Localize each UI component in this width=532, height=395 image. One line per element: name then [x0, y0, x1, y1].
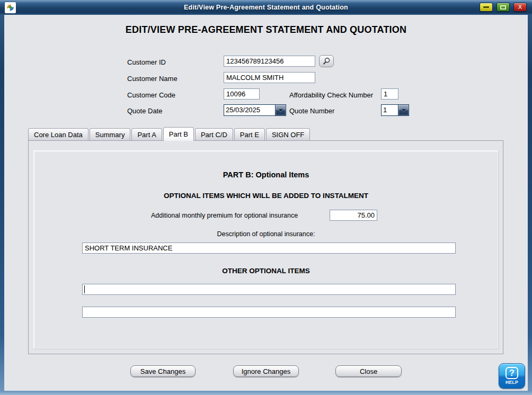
part-b-title: PART B: Optional Items — [4, 170, 528, 179]
quote-date-dropdown-button[interactable] — [275, 105, 286, 115]
affordability-check-label: Affordability Check Number — [289, 89, 373, 101]
customer-code-label: Customer Code — [127, 89, 175, 101]
quote-number-dropdown-button[interactable] — [398, 105, 409, 115]
description-input[interactable] — [82, 243, 456, 254]
premium-input[interactable] — [330, 210, 377, 221]
tab-part-cd[interactable]: Part C/D — [195, 128, 233, 140]
window-title: Edit/View Pre-Agreement Statement and Qu… — [0, 4, 532, 11]
window: Edit/View Pre-Agreement Statement and Qu… — [0, 0, 532, 395]
tab-sign-off[interactable]: SIGN OFF — [266, 128, 310, 140]
premium-label: Additional monthly premium for optional … — [151, 210, 298, 221]
close-icon: X — [518, 4, 522, 10]
search-icon — [323, 57, 331, 65]
close-button[interactable]: X — [513, 3, 527, 12]
tab-part-e[interactable]: Part E — [234, 128, 265, 140]
quote-date-label: Quote Date — [127, 105, 163, 116]
minimize-icon — [483, 6, 489, 8]
window-controls: X — [480, 3, 527, 12]
dialog-body: EDIT/VIEW PRE-AGREEMENT STATEMENT AND QU… — [4, 15, 528, 391]
other-item-1-wrap — [82, 284, 456, 295]
text-caret — [84, 285, 85, 293]
customer-code-input[interactable] — [224, 88, 260, 100]
help-button-label: HELP — [506, 380, 518, 385]
other-item-1-input[interactable] — [82, 284, 456, 295]
ignore-changes-button[interactable]: Ignore Changes — [233, 365, 299, 377]
customer-name-label: Customer Name — [127, 73, 178, 84]
tab-part-b[interactable]: Part B — [163, 127, 194, 141]
quote-number-select[interactable]: 1 — [381, 104, 409, 116]
customer-search-button[interactable] — [319, 55, 334, 67]
tab-summary[interactable]: Summary — [90, 128, 131, 140]
instalment-items-heading: OPTIONAL ITEMS WHICH WILL BE ADDED TO IN… — [4, 192, 528, 200]
quote-number-value: 1 — [382, 105, 398, 115]
customer-id-label: Customer ID — [127, 57, 166, 68]
close-dialog-button[interactable]: Close — [335, 365, 402, 377]
help-button[interactable]: ? HELP — [499, 363, 525, 389]
tab-bar: Core Loan Data Summary Part A Part B Par… — [28, 127, 310, 140]
chevron-down-icon — [279, 109, 283, 112]
titlebar: Edit/View Pre-Agreement Statement and Qu… — [0, 0, 532, 15]
quote-number-label: Quote Number — [289, 105, 334, 116]
description-label: Description of optional insurance: — [4, 230, 528, 238]
tab-core-loan-data[interactable]: Core Loan Data — [28, 128, 88, 140]
customer-id-input[interactable] — [224, 56, 315, 67]
quote-date-select[interactable]: 25/03/2025 — [224, 104, 286, 116]
customer-name-input[interactable] — [224, 72, 315, 83]
minimize-button[interactable] — [480, 3, 493, 12]
chevron-down-icon — [402, 109, 406, 112]
maximize-button[interactable] — [496, 3, 510, 12]
tab-part-a[interactable]: Part A — [131, 128, 162, 140]
maximize-icon — [500, 5, 506, 10]
affordability-check-input[interactable] — [381, 88, 398, 100]
page-title: EDIT/VIEW PRE-AGREEMENT STATEMENT AND QU… — [4, 24, 528, 35]
question-mark-icon: ? — [506, 367, 518, 379]
save-changes-button[interactable]: Save Changes — [130, 365, 196, 377]
other-item-2-input[interactable] — [82, 307, 456, 318]
quote-date-value: 25/03/2025 — [224, 105, 275, 115]
other-optional-items-heading: OTHER OPTIONAL ITEMS — [4, 267, 528, 275]
